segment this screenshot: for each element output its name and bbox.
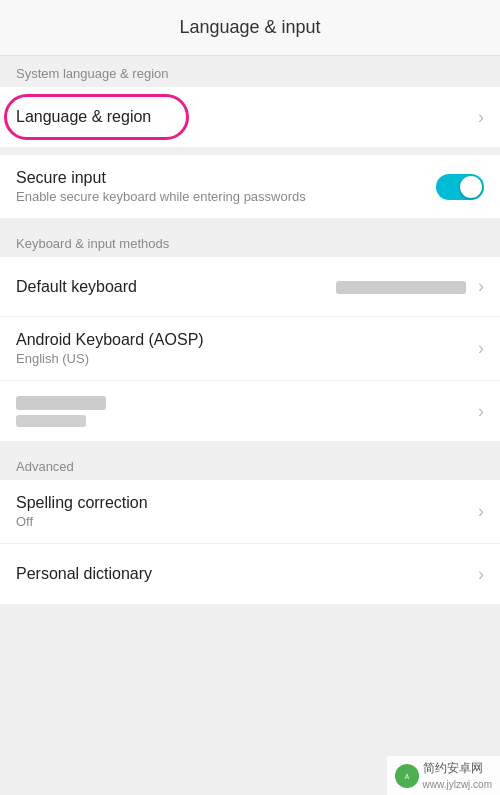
chevron-icon: › <box>478 401 484 422</box>
watermark-icon: A <box>395 764 419 788</box>
spelling-correction-title: Spelling correction <box>16 494 478 512</box>
chevron-icon: › <box>478 107 484 128</box>
watermark-text: 简约安卓网 www.jylzwj.com <box>423 760 492 791</box>
android-keyboard-subtitle: English (US) <box>16 351 478 366</box>
default-keyboard-value <box>336 279 470 294</box>
blurred-value <box>336 281 466 294</box>
page-title: Language & input <box>179 17 320 38</box>
chevron-icon: › <box>478 338 484 359</box>
default-keyboard-title: Default keyboard <box>16 278 336 296</box>
section-header-keyboard: Keyboard & input methods <box>0 226 500 257</box>
top-bar: Language & input <box>0 0 500 56</box>
watermark: A 简约安卓网 www.jylzwj.com <box>387 756 500 795</box>
language-region-title: Language & region <box>16 108 478 126</box>
section-header-advanced: Advanced <box>0 449 500 480</box>
spelling-correction-subtitle: Off <box>16 514 478 529</box>
settings-item-third-party-keyboard[interactable]: › <box>0 381 500 441</box>
secure-input-group: Secure input Enable secure keyboard whil… <box>0 155 500 218</box>
keyboard-methods-group: Default keyboard › Android Keyboard (AOS… <box>0 257 500 441</box>
svg-text:A: A <box>404 772 409 779</box>
settings-item-default-keyboard[interactable]: Default keyboard › <box>0 257 500 317</box>
settings-item-spelling-correction[interactable]: Spelling correction Off › <box>0 480 500 544</box>
settings-item-personal-dictionary[interactable]: Personal dictionary › <box>0 544 500 604</box>
secure-input-subtitle: Enable secure keyboard while entering pa… <box>16 189 436 204</box>
secure-input-title: Secure input <box>16 169 436 187</box>
system-language-group: Language & region › <box>0 87 500 147</box>
secure-input-toggle[interactable] <box>436 174 484 200</box>
blurred-subtitle <box>16 415 86 427</box>
sidebar-item-language-region[interactable]: Language & region › <box>0 87 500 147</box>
chevron-icon: › <box>478 276 484 297</box>
blurred-title <box>16 396 106 410</box>
personal-dictionary-title: Personal dictionary <box>16 565 478 583</box>
chevron-icon: › <box>478 564 484 585</box>
section-header-system-language: System language & region <box>0 56 500 87</box>
android-keyboard-title: Android Keyboard (AOSP) <box>16 331 478 349</box>
chevron-icon: › <box>478 501 484 522</box>
settings-item-secure-input[interactable]: Secure input Enable secure keyboard whil… <box>0 155 500 218</box>
settings-item-android-keyboard[interactable]: Android Keyboard (AOSP) English (US) › <box>0 317 500 381</box>
advanced-group: Spelling correction Off › Personal dicti… <box>0 480 500 604</box>
